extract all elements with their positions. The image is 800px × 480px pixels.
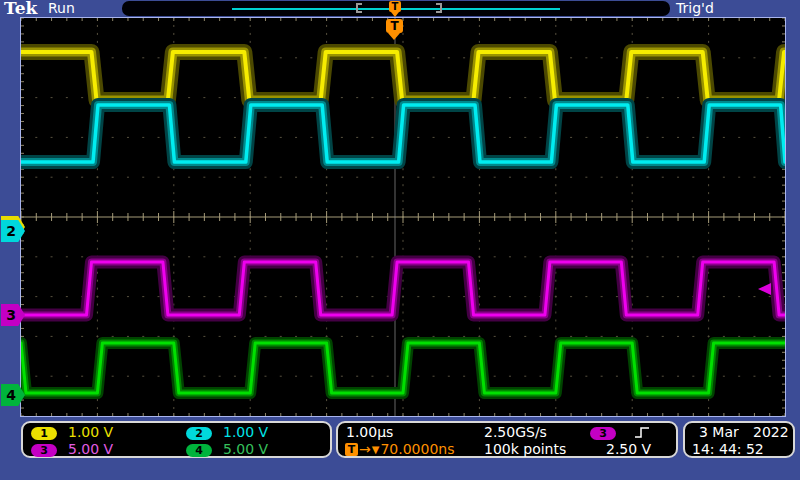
- delay-value: 70.0000ns: [380, 441, 454, 457]
- rising-edge-icon: [634, 426, 650, 439]
- tek-logo: Tek: [4, 0, 37, 18]
- channel-1-badge[interactable]: 1: [31, 427, 57, 440]
- delay-marker-icon: ▼: [372, 444, 380, 455]
- trigger-down-arrow-icon: [388, 33, 400, 40]
- channel-2-badge[interactable]: 2: [186, 427, 212, 440]
- record-trigger-marker-icon[interactable]: T: [389, 1, 401, 12]
- channel-3-scale: 5.00 V: [68, 442, 113, 457]
- record-length: 100k points: [484, 442, 566, 457]
- trigger-level: 2.50 V: [606, 442, 651, 457]
- time-scale: 1.00μs: [346, 425, 393, 440]
- channel-2-scale: 1.00 V: [223, 425, 268, 440]
- date-year: 2022: [753, 425, 789, 440]
- record-view-bar[interactable]: T: [122, 1, 670, 16]
- trigger-t-icon: T: [386, 19, 403, 33]
- vertical-scale-readout-box[interactable]: 1 1.00 V 2 1.00 V 3 5.00 V 4 5.00 V: [21, 421, 332, 458]
- window-bracket-right-icon[interactable]: [436, 3, 442, 13]
- date-day: 3 Mar: [699, 425, 739, 440]
- channel-4-badge[interactable]: 4: [186, 444, 212, 457]
- sample-rate: 2.50GS/s: [484, 425, 547, 440]
- window-bracket-left-icon[interactable]: [356, 3, 362, 13]
- waveform-display: [21, 18, 785, 416]
- acquisition-status: Run: [48, 0, 75, 16]
- horizontal-trigger-readout-box[interactable]: 1.00μs 2.50GS/s 3 T → ▼ 70.0000ns 100k p…: [336, 421, 678, 458]
- trigger-delay-readout: T → ▼ 70.0000ns: [345, 441, 455, 457]
- trigger-source-badge[interactable]: 3: [590, 427, 616, 440]
- graticule-area[interactable]: [20, 17, 786, 417]
- channel-3-badge[interactable]: 3: [31, 444, 57, 457]
- delay-t-icon: T: [345, 443, 358, 456]
- oscilloscope-screen: Tek Run T Trig'd T 1 2 3 4 1 1.00 V 2 1.…: [0, 0, 800, 480]
- channel-1-scale: 1.00 V: [68, 425, 113, 440]
- trigger-position-flag[interactable]: T: [386, 19, 404, 40]
- top-status-bar: Tek Run T Trig'd: [0, 0, 800, 17]
- delay-arrow-icon: →: [359, 441, 371, 457]
- channel-4-scale: 5.00 V: [223, 442, 268, 457]
- trigger-status: Trig'd: [676, 0, 714, 16]
- datetime-box[interactable]: 3 Mar 2022 14: 44: 52: [683, 421, 795, 458]
- clock-time: 14: 44: 52: [692, 442, 764, 457]
